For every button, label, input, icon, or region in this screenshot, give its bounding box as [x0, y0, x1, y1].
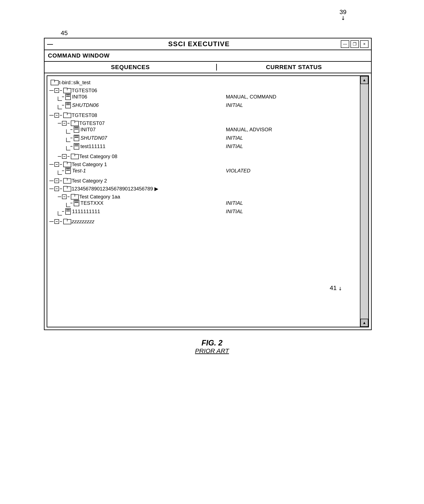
tree-row: − Test Category 1aa — [49, 193, 358, 201]
doc-icon — [65, 102, 71, 108]
stat-col: INITIAL — [213, 202, 358, 208]
tree-label[interactable]: SHUTDN06 — [72, 102, 99, 108]
tree-row: − zzzzzzzzz — [49, 218, 358, 226]
tree-row: 1111111111 INITIAL — [49, 209, 358, 218]
stat-col: MANUAL, ADVISOR — [213, 129, 358, 134]
tree-label[interactable]: test111111 — [81, 143, 106, 149]
status-header: CURRENT STATUS — [217, 64, 371, 71]
scrollbar: ▲ ▲ — [360, 76, 368, 327]
window-controls: — ❐ × — [341, 40, 368, 48]
seq-col: t-bird::slk_test — [49, 80, 213, 86]
title-bar-dash: — — [47, 41, 53, 48]
seq-col: test111111 — [49, 145, 213, 151]
tree-row: test111111 INITIAL — [49, 144, 358, 153]
tree-row: − Test Category 2 — [49, 177, 358, 185]
folder-icon — [51, 80, 58, 85]
seq-col: − TGTEST07 — [49, 120, 213, 126]
doc-icon — [65, 168, 71, 174]
doc-icon — [74, 135, 79, 141]
folder-icon — [63, 162, 70, 167]
expand-box[interactable]: − — [62, 194, 67, 199]
seq-col: Test-1 — [49, 169, 213, 176]
folder-icon — [63, 219, 70, 224]
tree-label[interactable]: t-bird::slk_test — [59, 80, 90, 86]
folder-icon — [71, 154, 78, 159]
expand-box[interactable]: − — [54, 219, 59, 224]
tree-label[interactable]: Test Category 1aa — [79, 194, 120, 200]
tree-row: − TGTEST07 — [49, 119, 358, 127]
doc-icon — [74, 143, 79, 149]
tree-label[interactable]: INIT06 — [72, 94, 87, 100]
ref-41: 41 — [330, 284, 337, 291]
seq-col: − TGTEST06 — [49, 88, 213, 93]
status-text: INITIAL — [226, 209, 243, 215]
folder-icon — [71, 194, 78, 199]
tree-label[interactable]: INIT07 — [81, 127, 96, 133]
seq-col: − 12345678901234567890123456789 ▶ — [49, 186, 213, 192]
doc-icon — [74, 126, 79, 133]
seq-col: − TGTEST08 — [49, 112, 213, 118]
tree-label[interactable]: Test Category 08 — [79, 154, 117, 159]
expand-box[interactable]: − — [54, 178, 59, 183]
status-text: MANUAL, ADVISOR — [226, 127, 272, 133]
tree-label[interactable]: TGTEST08 — [72, 112, 97, 118]
caption-sub: PRIOR ART — [44, 347, 380, 355]
tree-row: − TGTEST08 — [49, 111, 358, 119]
ref-41-group: 41 ↗ — [330, 284, 342, 291]
folder-icon — [63, 186, 70, 191]
doc-icon — [74, 200, 79, 206]
expand-box[interactable]: − — [54, 88, 59, 93]
caption-fig: FIG. 2 — [44, 338, 380, 347]
tree-label[interactable]: TESTXXX — [81, 200, 103, 206]
tree-row: − Test Category 1 — [49, 160, 358, 168]
doc-icon — [65, 94, 71, 100]
ref-39-group: 39 ↙ — [340, 8, 346, 21]
seq-col: − zzzzzzzzz — [49, 219, 213, 224]
window-title: SSCI EXECUTIVE — [57, 40, 341, 48]
tree-label[interactable]: Test Category 2 — [72, 178, 107, 184]
expand-box[interactable]: − — [54, 186, 59, 191]
seq-col: SHUTDN07 — [49, 137, 213, 143]
title-bar: — SSCI EXECUTIVE — ❐ × — [44, 38, 371, 50]
expand-box[interactable]: − — [54, 113, 59, 118]
stat-col: INITIAL — [213, 137, 358, 143]
seq-col: − Test Category 1 — [49, 161, 213, 167]
tree-row: INIT06 MANUAL, COMMAND — [49, 94, 358, 103]
tree-row: t-bird::slk_test — [49, 79, 358, 86]
expand-box[interactable]: − — [54, 162, 59, 167]
tree-label[interactable]: Test-1 — [72, 168, 86, 174]
restore-button[interactable]: ❐ — [350, 40, 359, 48]
tree-label[interactable]: SHUTDN07 — [81, 135, 107, 141]
scroll-track[interactable] — [360, 84, 368, 319]
minimize-button[interactable]: — — [341, 40, 349, 48]
menu-command-window[interactable]: COMMAND WINDOW — [48, 52, 110, 59]
seq-col: 1111111111 — [49, 210, 213, 216]
tree-row: − TGTEST06 — [49, 86, 358, 94]
ref-45: 45 — [61, 29, 68, 36]
seq-col: − Test Category 2 — [49, 178, 213, 184]
stat-col: INITIAL — [213, 104, 358, 110]
tree-row: TESTXXX INITIAL — [49, 201, 358, 209]
expand-box[interactable]: − — [62, 154, 67, 159]
tree-label[interactable]: Test Category 1 — [72, 161, 107, 167]
seq-col: INIT07 — [49, 128, 213, 135]
status-text: VIOLATED — [226, 168, 250, 174]
column-headers: SEQUENCES CURRENT STATUS — [44, 62, 371, 73]
folder-icon — [63, 88, 70, 93]
seq-col: TESTXXX — [49, 202, 213, 208]
tree-panel: t-bird::slk_test − TGTEST06 — [47, 76, 360, 327]
tree-row: SHUTDN07 INITIAL — [49, 136, 358, 144]
tree-label[interactable]: 12345678901234567890123456789 ▶ — [72, 186, 158, 192]
tree-row: SHUTDN06 INITIAL — [49, 103, 358, 111]
expand-box[interactable]: − — [62, 121, 67, 126]
seq-col: SHUTDN06 — [49, 104, 213, 110]
scroll-up-arrow[interactable]: ▲ — [360, 76, 368, 84]
tree-label[interactable]: 1111111111 — [72, 209, 100, 215]
tree-label[interactable]: TGTEST06 — [72, 88, 97, 93]
main-window: — SSCI EXECUTIVE — ❐ × COMMAND WINDOW SE… — [44, 38, 372, 330]
tree-row: − Test Category 08 — [49, 153, 358, 160]
tree-label[interactable]: TGTEST07 — [79, 120, 105, 126]
tree-label[interactable]: zzzzzzzzz — [72, 219, 94, 224]
close-button[interactable]: × — [360, 40, 368, 48]
scroll-down-arrow[interactable]: ▲ — [360, 319, 368, 327]
